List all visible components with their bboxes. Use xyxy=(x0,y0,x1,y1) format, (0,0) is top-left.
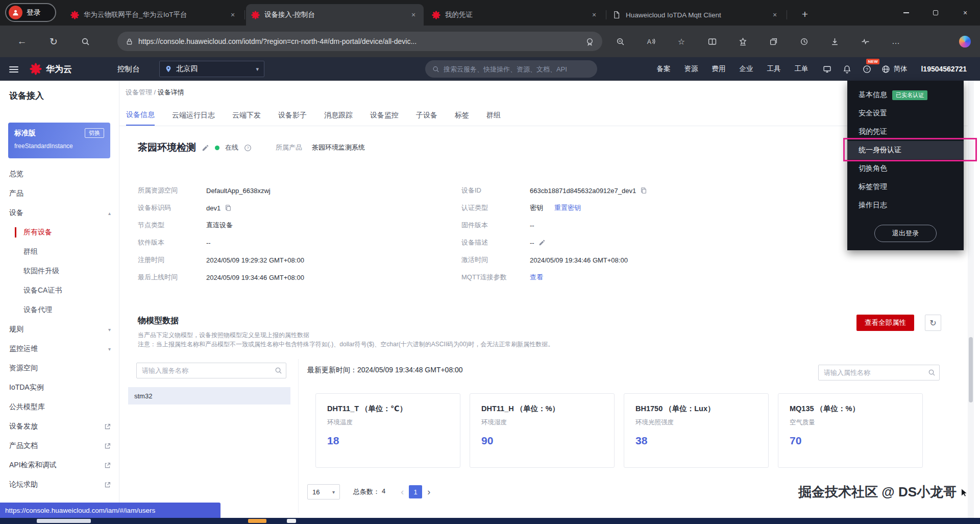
sidebar-item-monitoring[interactable]: 监控运维▾ xyxy=(0,339,119,359)
sidebar-item-overview[interactable]: 总览 xyxy=(0,164,119,184)
tab-cloud-delivery[interactable]: 云端下发 xyxy=(232,105,261,126)
refresh-button[interactable]: ↻ xyxy=(44,32,63,51)
nav-link-resources[interactable]: 资源 xyxy=(684,64,698,74)
nav-link-billing[interactable]: 费用 xyxy=(712,64,725,74)
menu-item-switch-role[interactable]: 切换角色 xyxy=(847,159,964,178)
sidebar-item-forum-help[interactable]: 论坛求助 xyxy=(0,475,119,494)
nav-link-tools[interactable]: 工具 xyxy=(767,64,780,74)
browser-tab-credentials[interactable]: 我的凭证 × xyxy=(427,4,604,26)
edit-pencil-icon[interactable] xyxy=(538,239,546,246)
account-name[interactable]: l19504562721 xyxy=(921,65,967,73)
read-aloud-icon[interactable]: A xyxy=(642,33,659,50)
favorites-bar-icon[interactable] xyxy=(734,33,751,50)
promo-badge-icon[interactable] xyxy=(585,37,594,46)
split-screen-icon[interactable] xyxy=(703,33,721,50)
menu-item-tag-management[interactable]: 标签管理 xyxy=(847,178,964,196)
tab-tags[interactable]: 标签 xyxy=(455,105,469,126)
search-button[interactable] xyxy=(76,32,95,51)
console-search-input[interactable] xyxy=(444,65,590,73)
close-tab-icon[interactable]: × xyxy=(770,10,780,20)
nav-link-beian[interactable]: 备案 xyxy=(656,64,670,74)
new-tab-button[interactable]: + xyxy=(797,7,813,22)
tab-device-monitoring[interactable]: 设备监控 xyxy=(370,105,399,126)
hamburger-menu-icon[interactable] xyxy=(9,65,18,74)
sidebar-item-firmware-upgrade[interactable]: 软固件升级 xyxy=(0,261,119,281)
history-icon[interactable] xyxy=(795,33,813,50)
downloads-icon[interactable] xyxy=(826,33,843,50)
copy-icon[interactable] xyxy=(640,187,647,194)
page-number[interactable]: 1 xyxy=(409,485,422,498)
language-selector[interactable]: 简体 xyxy=(881,64,907,74)
close-window-button[interactable]: × xyxy=(950,0,980,26)
browser-tab-mqtt-client[interactable]: Huaweicloud IoTDA Mqtt Client × xyxy=(607,4,785,26)
breadcrumb-parent[interactable]: 设备管理 xyxy=(126,88,152,96)
menu-item-operation-log[interactable]: 操作日志 xyxy=(847,196,964,215)
help-icon[interactable]: ? NEW xyxy=(862,64,872,74)
tab-device-info[interactable]: 设备信息 xyxy=(126,105,155,126)
service-search-input[interactable] xyxy=(136,363,286,378)
view-mqtt-link[interactable]: 查看 xyxy=(530,273,543,282)
refresh-properties-button[interactable]: ↻ xyxy=(925,315,941,331)
console-monitor-icon[interactable] xyxy=(822,64,832,74)
close-tab-icon[interactable]: × xyxy=(228,10,238,20)
copilot-icon[interactable] xyxy=(959,36,971,47)
browser-tab-iot-platform[interactable]: 华为云物联网平台_华为云IoT平台 × xyxy=(65,4,243,26)
minimize-button[interactable] xyxy=(891,0,921,26)
brand-name[interactable]: 华为云 xyxy=(46,63,72,75)
search-icon[interactable] xyxy=(928,369,936,376)
tab-groups[interactable]: 群组 xyxy=(486,105,501,126)
back-button[interactable]: ← xyxy=(12,32,32,51)
nav-link-tickets[interactable]: 工单 xyxy=(794,64,808,74)
product-name[interactable]: 茶园环境监测系统 xyxy=(312,143,365,152)
close-tab-icon[interactable]: × xyxy=(408,10,419,20)
tab-device-shadow[interactable]: 设备影子 xyxy=(278,105,307,126)
help-circle-icon[interactable]: ? xyxy=(244,144,252,152)
tab-cloud-run-logs[interactable]: 云端运行日志 xyxy=(172,105,215,126)
sidebar-item-device-proxy[interactable]: 设备代理 xyxy=(0,300,119,320)
scrollbar-thumb[interactable] xyxy=(969,337,973,402)
region-selector[interactable]: 北京四 ▾ xyxy=(159,61,264,77)
browser-tab-device-console[interactable]: 设备接入-控制台 × xyxy=(246,4,424,26)
sidebar-item-iotda-instances[interactable]: IoTDA实例 xyxy=(0,378,119,397)
property-search-input[interactable] xyxy=(818,365,940,380)
collections-icon[interactable] xyxy=(765,33,782,50)
next-page-icon[interactable]: › xyxy=(427,487,430,497)
favorite-star-icon[interactable]: ☆ xyxy=(673,33,690,50)
tab-message-trace[interactable]: 消息跟踪 xyxy=(324,105,353,126)
login-recorder-button[interactable]: 登录 xyxy=(5,3,56,22)
sidebar-item-resource-spaces[interactable]: 资源空间 xyxy=(0,359,119,378)
menu-item-basic-info[interactable]: 基本信息 已实名认证 xyxy=(847,86,964,104)
sidebar-item-all-devices[interactable]: 所有设备 xyxy=(0,223,119,242)
console-link[interactable]: 控制台 xyxy=(117,64,140,74)
settings-menu-icon[interactable]: … xyxy=(887,33,904,50)
sidebar-item-products[interactable]: 产品 xyxy=(0,184,119,203)
reset-secret-link[interactable]: 重置密钥 xyxy=(554,203,581,212)
edit-pencil-icon[interactable] xyxy=(202,144,209,152)
sidebar-item-device-provisioning[interactable]: 设备发放 xyxy=(0,417,119,436)
nav-link-enterprise[interactable]: 企业 xyxy=(739,64,753,74)
notifications-bell-icon[interactable] xyxy=(842,64,852,74)
zoom-icon[interactable] xyxy=(611,33,629,50)
sidebar-item-devices[interactable]: 设备▴ xyxy=(0,203,119,223)
search-icon[interactable] xyxy=(275,367,282,374)
close-tab-icon[interactable]: × xyxy=(589,10,599,20)
sidebar-item-groups[interactable]: 群组 xyxy=(0,242,119,261)
sidebar-item-rules[interactable]: 规则▾ xyxy=(0,320,119,339)
console-search[interactable] xyxy=(425,60,597,78)
menu-item-security-settings[interactable]: 安全设置 xyxy=(847,104,964,123)
page-size-select[interactable]: 16 ▾ xyxy=(307,484,340,499)
browser-essentials-icon[interactable] xyxy=(856,33,874,50)
switch-instance-button[interactable]: 切换 xyxy=(85,128,104,138)
copy-icon[interactable] xyxy=(225,204,232,211)
service-list-item[interactable]: stm32 xyxy=(128,387,290,404)
sidebar-item-public-models[interactable]: 公共模型库 xyxy=(0,397,119,417)
tab-child-devices[interactable]: 子设备 xyxy=(416,105,437,126)
prev-page-icon[interactable]: ‹ xyxy=(401,487,404,497)
sidebar-item-product-docs[interactable]: 产品文档 xyxy=(0,436,119,456)
maximize-button[interactable] xyxy=(921,0,950,26)
view-all-properties-button[interactable]: 查看全部属性 xyxy=(856,315,914,331)
logout-button[interactable]: 退出登录 xyxy=(874,225,937,242)
address-bar[interactable]: https://console.huaweicloud.com/iotdm/?r… xyxy=(117,32,602,51)
sidebar-item-api-explorer[interactable]: API检索和调试 xyxy=(0,456,119,475)
sidebar-item-device-ca[interactable]: 设备CA证书 xyxy=(0,281,119,300)
